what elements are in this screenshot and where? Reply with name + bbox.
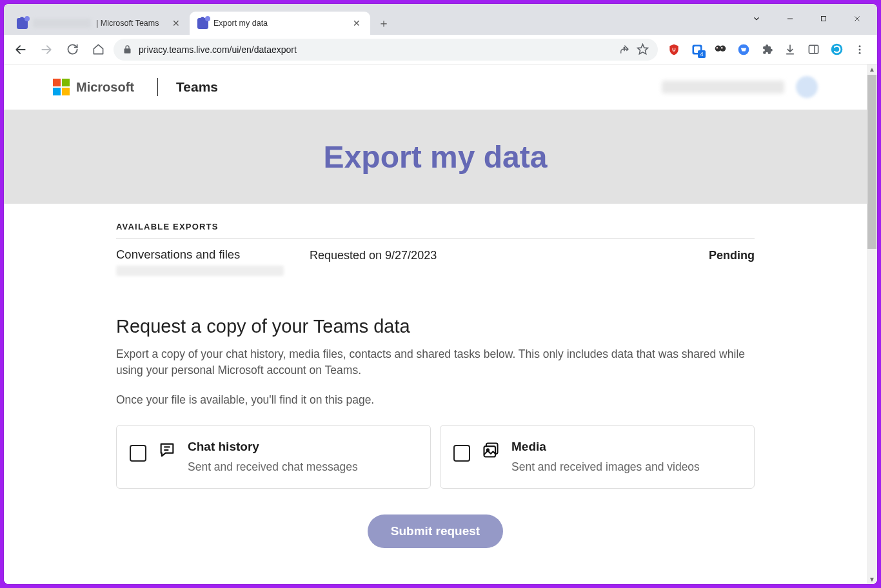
extension-icon[interactable] [737, 43, 751, 57]
request-paragraph: Export a copy of your chat history, medi… [116, 346, 755, 379]
checkbox[interactable] [130, 445, 146, 462]
media-icon [482, 441, 500, 459]
brand-secondary: Teams [176, 79, 218, 95]
option-desc: Sent and received images and videos [511, 460, 700, 474]
page-viewport: Microsoft Teams Export my data AVAILABLE… [4, 64, 877, 584]
brand-primary: Microsoft [76, 80, 134, 95]
close-button[interactable] [842, 8, 872, 30]
export-detail-blurred [116, 266, 284, 276]
extension-icon[interactable] [713, 43, 728, 57]
home-button[interactable] [88, 39, 108, 60]
svg-rect-1 [822, 17, 826, 21]
svg-rect-9 [694, 46, 700, 53]
reload-button[interactable] [62, 39, 83, 60]
downloads-icon[interactable] [783, 43, 797, 57]
microsoft-logo[interactable]: Microsoft [53, 79, 134, 95]
lock-icon [123, 44, 132, 54]
tab-strip: | Microsoft Teams ✕ Export my data ✕ ＋ [4, 4, 877, 35]
tab-title-blurred [33, 19, 91, 28]
new-tab-button[interactable]: ＋ [374, 14, 393, 33]
teams-icon [197, 18, 208, 29]
tab-active[interactable]: Export my data ✕ [190, 12, 370, 35]
request-heading: Request a copy of your Teams data [116, 316, 755, 337]
export-requested-date: Requested on 9/27/2023 [310, 248, 696, 262]
extension-icon[interactable] [829, 43, 844, 57]
microsoft-logo-icon [53, 79, 70, 95]
teams-icon [17, 18, 28, 29]
section-label: AVAILABLE EXPORTS [116, 222, 755, 238]
svg-point-22 [859, 52, 861, 54]
option-media[interactable]: Media Sent and received images and video… [440, 425, 755, 489]
option-title: Chat history [188, 440, 358, 454]
tab-title: | Microsoft Teams [96, 19, 165, 28]
checkbox[interactable] [453, 445, 470, 462]
svg-point-21 [859, 48, 861, 50]
svg-point-19 [831, 44, 842, 55]
divider [157, 78, 158, 96]
close-icon[interactable]: ✕ [351, 17, 362, 29]
option-chat-history[interactable]: Chat history Sent and received chat mess… [116, 425, 431, 489]
back-button-real[interactable] [10, 39, 31, 60]
maximize-button[interactable] [809, 8, 838, 30]
menu-icon[interactable] [853, 43, 867, 57]
avatar[interactable] [796, 76, 818, 98]
tab-inactive[interactable]: | Microsoft Teams ✕ [9, 12, 190, 35]
browser-window: | Microsoft Teams ✕ Export my data ✕ ＋ [4, 4, 877, 584]
extension-icon[interactable] [690, 43, 704, 57]
star-icon[interactable] [637, 43, 649, 55]
svg-point-11 [720, 45, 726, 51]
user-name-blurred [662, 81, 784, 93]
address-bar[interactable]: privacy.teams.live.com/ui/en/dataexport [114, 39, 658, 61]
chat-icon [158, 441, 176, 459]
extensions-puzzle-icon[interactable] [760, 43, 774, 57]
ublock-icon[interactable] [667, 43, 681, 57]
request-paragraph: Once your file is available, you'll find… [116, 393, 755, 407]
export-title: Conversations and files [116, 248, 297, 262]
export-row: Conversations and files Requested on 9/2… [116, 239, 755, 288]
submit-request-button[interactable]: Submit request [368, 514, 503, 548]
option-title: Media [511, 440, 700, 454]
tab-title: Export my data [213, 19, 346, 28]
export-options: Chat history Sent and received chat mess… [116, 425, 755, 489]
export-status: Pending [709, 248, 755, 262]
site-header: Microsoft Teams [4, 64, 867, 110]
toolbar: .toolbar > .navbtn:first-child{display:n… [4, 35, 877, 64]
minimize-button[interactable] [775, 8, 805, 30]
scroll-up-arrow[interactable]: ▲ [867, 64, 876, 74]
window-controls [742, 8, 872, 35]
scroll-down-arrow[interactable]: ▼ [867, 574, 876, 584]
svg-marker-7 [638, 44, 648, 54]
option-desc: Sent and received chat messages [188, 460, 358, 474]
scrollbar[interactable]: ▲ ▼ [867, 64, 877, 584]
hero-banner: Export my data [4, 110, 867, 204]
close-icon[interactable]: ✕ [170, 17, 182, 29]
url-text: privacy.teams.live.com/ui/en/dataexport [139, 44, 612, 55]
chevron-down-icon[interactable] [742, 8, 771, 30]
forward-button[interactable] [36, 39, 57, 60]
svg-point-15 [722, 47, 722, 48]
scroll-thumb[interactable] [867, 75, 876, 249]
sidepanel-icon[interactable] [806, 43, 820, 57]
share-icon[interactable] [619, 44, 630, 55]
page-title: Export my data [324, 139, 548, 175]
page-content: Microsoft Teams Export my data AVAILABLE… [4, 64, 867, 584]
svg-rect-17 [809, 45, 818, 54]
svg-point-14 [717, 47, 718, 48]
svg-point-20 [859, 45, 861, 47]
extensions-area [663, 43, 871, 57]
